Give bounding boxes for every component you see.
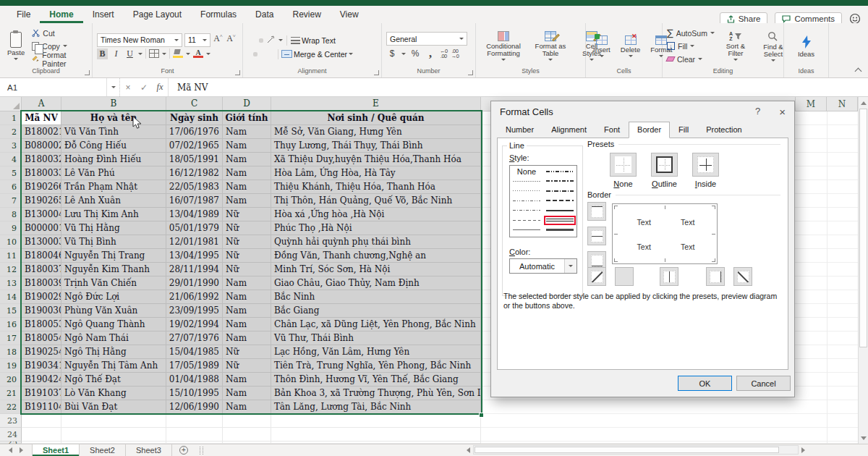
data-cell-r18c3[interactable]: 15/04/1985 [166, 345, 223, 359]
clear-button[interactable]: Clear [667, 53, 715, 65]
data-cell-r18c2[interactable]: Ngô Thị Hằng [61, 345, 166, 359]
data-cell-r24c5[interactable] [271, 428, 481, 442]
data-cell-r2c3[interactable]: 17/06/1976 [166, 125, 223, 139]
row-number-5[interactable]: 5 [0, 166, 22, 180]
insert-function-button[interactable]: fx [152, 82, 168, 93]
data-cell-r12c2[interactable]: Nguyễn Kim Thanh [61, 263, 166, 276]
data-cell-r16c2[interactable]: Ngô Quang Thành [61, 318, 166, 332]
data-cell-r19c2[interactable]: Nguyễn Thị Tâm Anh [61, 359, 166, 373]
line-style-medium-dash-dot-dot[interactable] [544, 166, 576, 177]
data-cell-r19c4[interactable]: Nữ [223, 359, 271, 373]
row-number-21[interactable]: 21 [0, 387, 22, 400]
align-bottom-button[interactable] [259, 38, 263, 43]
orientation-button[interactable] [265, 33, 277, 48]
data-cell-r14c5[interactable]: Bắc Ninh [271, 290, 481, 304]
data-cell-r4c4[interactable]: Nam [223, 153, 271, 166]
formula-input[interactable]: Mã NV [168, 78, 868, 96]
sheet-tab-sheet1[interactable]: Sheet1 [32, 444, 80, 456]
dialog-close-button[interactable]: × [779, 106, 786, 118]
name-box[interactable]: A1 [0, 78, 107, 96]
data-cell-r21c5[interactable]: Bản Khoa 3, xã Trường Thượng, Phù Yên, S… [271, 387, 481, 400]
data-cell-r21c4[interactable]: Nam [223, 387, 271, 400]
row-number-12[interactable]: 12 [0, 263, 22, 276]
data-cell-r10c5[interactable]: Quỳnh hải quỳnh phụ thái bình [271, 235, 481, 249]
data-cell-r17c3[interactable]: 27/07/1976 [166, 332, 223, 345]
data-cell-r12c4[interactable]: Nữ [223, 263, 271, 276]
ribbon-tab-formulas[interactable]: Formulas [191, 6, 246, 23]
data-cell-r6c4[interactable]: Nam [223, 180, 271, 194]
header-cell-r1c5[interactable]: Nơi sinh / Quê quán [271, 111, 481, 125]
data-cell-r22c1[interactable]: B191104 [22, 400, 61, 414]
ribbon-tab-page-layout[interactable]: Page Layout [124, 6, 191, 23]
data-cell-r13c1[interactable]: B180039 [22, 276, 61, 290]
data-cell-r10c3[interactable]: 12/01/1981 [166, 235, 223, 249]
data-cell-r9c4[interactable]: Nữ [223, 221, 271, 235]
conditional-formatting-button[interactable]: Conditional Formatting [480, 30, 527, 62]
shrink-font-button[interactable]: A˅ [226, 33, 237, 47]
data-cell-r6c2[interactable]: Trần Phạm Nhật [61, 180, 166, 194]
ribbon-tab-file[interactable]: File [7, 6, 40, 23]
data-cell-r23c5[interactable] [271, 414, 481, 428]
preset-outline-button[interactable]: Outline [651, 153, 678, 188]
data-cell-r19c1[interactable]: B190341 [22, 359, 61, 373]
row-number-14[interactable]: 14 [0, 290, 22, 304]
fill-color-dropdown-arrow[interactable] [186, 53, 190, 55]
data-cell-r21c3[interactable]: 15/10/1995 [166, 387, 223, 400]
data-cell-r6c5[interactable]: Thiệu Khánh, Thiệu Hóa, Thanh Hóa [271, 180, 481, 194]
data-cell-r18c4[interactable]: Nữ [223, 345, 271, 359]
data-cell-r20c3[interactable]: 01/04/1988 [166, 373, 223, 387]
data-cell-r11c3[interactable]: 13/04/1995 [166, 249, 223, 263]
align-top-button[interactable] [247, 38, 252, 43]
border-style-listbox[interactable]: None [509, 165, 577, 237]
font-dialog-launcher[interactable] [235, 70, 240, 75]
data-cell-r4c2[interactable]: Hoàng Đình Hiếu [61, 153, 166, 166]
data-cell-r2c1[interactable]: B180021 [22, 125, 61, 139]
row-number-10[interactable]: 10 [0, 235, 22, 249]
line-style-thick[interactable] [544, 225, 576, 235]
select-all-corner[interactable] [0, 97, 22, 111]
column-header-B[interactable]: B [61, 97, 166, 111]
data-cell-r12c1[interactable]: B180037 [22, 263, 61, 276]
data-cell-r11c5[interactable]: Đồng Văn, Thanh chương,Nghệ an [271, 249, 481, 263]
vertical-scroll-thumb[interactable] [859, 109, 867, 347]
merge-center-dropdown-arrow[interactable] [349, 53, 353, 55]
column-header-E[interactable]: E [271, 97, 481, 111]
data-cell-r22c5[interactable]: Tân Lăng, Lương Tài, Bắc Ninh [271, 400, 481, 414]
dialog-tab-font[interactable]: Font [595, 122, 629, 138]
line-style-dash-dot[interactable] [511, 206, 542, 216]
top-border-button[interactable] [587, 202, 606, 221]
column-header-A[interactable]: A [22, 97, 61, 111]
row-number-11[interactable]: 11 [0, 249, 22, 263]
column-header-N[interactable]: N [827, 97, 858, 111]
data-cell-r21c2[interactable]: Lò Văn Khang [61, 387, 166, 400]
line-style-none[interactable]: None [511, 166, 542, 177]
row-number-22[interactable]: 22 [0, 400, 22, 414]
data-cell-r6c3[interactable]: 22/05/1983 [166, 180, 223, 194]
ribbon-tab-view[interactable]: View [331, 6, 368, 23]
data-cell-r8c3[interactable]: 13/04/1989 [166, 208, 223, 221]
row-number-15[interactable]: 15 [0, 304, 22, 318]
comma-format-button[interactable]: , [425, 47, 436, 60]
column-header-D[interactable]: D [223, 97, 271, 111]
diagonal-up-border-button[interactable] [587, 267, 606, 286]
vertical-scrollbar[interactable] [858, 97, 868, 444]
line-style-hair[interactable] [511, 177, 542, 187]
data-cell-r19c5[interactable]: Tiên Trà, Trung Nghĩa, Yên Phong, Bắc Ni… [271, 359, 481, 373]
data-cell-r16c3[interactable]: 19/02/1994 [166, 318, 223, 332]
line-style-medium-dash-dot[interactable] [544, 186, 576, 196]
header-cell-r1c1[interactable]: Mã NV [22, 111, 61, 125]
horizontal-scrollbar[interactable] [467, 444, 805, 455]
data-cell-r15c2[interactable]: Phùng Văn Xuân [61, 304, 166, 318]
number-dialog-launcher[interactable] [468, 70, 473, 75]
dialog-tab-number[interactable]: Number [497, 122, 542, 138]
line-style-medium-dash-dot-alt[interactable] [544, 177, 576, 187]
scroll-right-arrow[interactable] [801, 447, 805, 453]
line-style-medium-dashed[interactable] [544, 196, 576, 206]
horizontal-scroll-thumb[interactable] [475, 447, 779, 453]
data-cell-r15c1[interactable]: B190030 [22, 304, 61, 318]
data-cell-r7c5[interactable]: Thị Thôn, Hán Quảng, Quế Võ, Bắc Ninh [271, 194, 481, 208]
data-cell-r9c2[interactable]: Vũ Thị Hằng [61, 221, 166, 235]
data-cell-r3c2[interactable]: Đỗ Công Hiếu [61, 139, 166, 153]
currency-format-button[interactable]: $ [386, 48, 398, 59]
decrease-decimal-button[interactable]: .00→0 [451, 48, 459, 59]
